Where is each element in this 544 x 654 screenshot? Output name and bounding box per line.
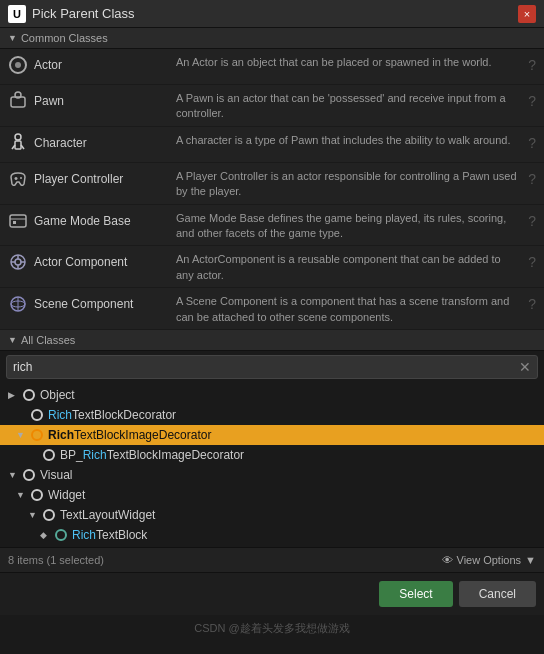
title-bar-left: U Pick Parent Class xyxy=(8,5,135,23)
tree-item-widget[interactable]: ▼ Widget xyxy=(0,485,544,505)
scenecomp-help-icon[interactable]: ? xyxy=(528,292,536,312)
search-bar: ✕ xyxy=(6,355,538,379)
gamemode-help-icon[interactable]: ? xyxy=(528,209,536,229)
common-classes-label: Common Classes xyxy=(21,32,108,44)
character-icon xyxy=(8,133,28,153)
visual-icon xyxy=(22,468,36,482)
class-row-character[interactable]: Character A character is a type of Pawn … xyxy=(0,127,544,163)
class-left-actor: Actor xyxy=(8,53,168,75)
all-classes-arrow: ▼ xyxy=(8,335,17,345)
gamemode-name: Game Mode Base xyxy=(34,214,131,228)
class-row-gamemode[interactable]: Game Mode Base Game Mode Base defines th… xyxy=(0,205,544,247)
richtextimagedecorator-label: RichTextBlockImageDecorator xyxy=(48,428,211,442)
class-left-scenecomp: Scene Component xyxy=(8,292,168,314)
class-row-pawn[interactable]: Pawn A Pawn is an actor that can be 'pos… xyxy=(0,85,544,127)
pawn-name: Pawn xyxy=(34,94,64,108)
close-button[interactable]: × xyxy=(518,5,536,23)
ue-logo: U xyxy=(8,5,26,23)
actorcomp-desc: An ActorComponent is a reusable componen… xyxy=(176,250,520,283)
view-options-label: View Options xyxy=(457,554,522,566)
scenecomp-icon xyxy=(8,294,28,314)
actor-icon xyxy=(8,55,28,75)
svg-rect-11 xyxy=(10,215,26,227)
character-desc: A character is a type of Pawn that inclu… xyxy=(176,131,520,148)
tree-arrow-richtextblock: ◆ xyxy=(40,530,50,540)
textlayoutwidget-icon xyxy=(42,508,56,522)
actor-help-icon[interactable]: ? xyxy=(528,53,536,73)
tree-item-textlayoutwidget[interactable]: ▼ TextLayoutWidget xyxy=(0,505,544,525)
window-title: Pick Parent Class xyxy=(32,6,135,21)
actor-name: Actor xyxy=(34,58,62,72)
tree-item-bp-richtextimagedecorator[interactable]: BP_RichTextBlockImageDecorator xyxy=(0,445,544,465)
class-row-actor[interactable]: Actor An Actor is an object that can be … xyxy=(0,49,544,85)
tree-arrow-visual: ▼ xyxy=(8,470,18,480)
class-left-character: Character xyxy=(8,131,168,153)
class-left-pawn: Pawn xyxy=(8,89,168,111)
tree-item-richtextimagedecorator[interactable]: ▼ RichTextBlockImageDecorator xyxy=(0,425,544,445)
gamemode-desc: Game Mode Base defines the game being pl… xyxy=(176,209,520,242)
svg-rect-5 xyxy=(15,141,21,149)
richtextdecorator-icon xyxy=(30,408,44,422)
tree-arrow-textlayoutwidget: ▼ xyxy=(28,510,38,520)
search-clear-icon[interactable]: ✕ xyxy=(519,359,531,375)
textlayoutwidget-label: TextLayoutWidget xyxy=(60,508,155,522)
bp-label: BP_RichTextBlockImageDecorator xyxy=(60,448,244,462)
bp-icon xyxy=(42,448,56,462)
svg-rect-13 xyxy=(13,221,16,224)
richtextdecorator-label: RichTextBlockDecorator xyxy=(48,408,176,422)
button-row: Select Cancel xyxy=(0,572,544,615)
view-options-button[interactable]: 👁 View Options ▼ xyxy=(442,554,537,566)
eye-icon: 👁 xyxy=(442,554,453,566)
tree-arrow-object: ▶ xyxy=(8,390,18,400)
class-row-scenecomp[interactable]: Scene Component A Scene Component is a c… xyxy=(0,288,544,330)
pawn-help-icon[interactable]: ? xyxy=(528,89,536,109)
tree-arrow-richtextimagedecorator: ▼ xyxy=(16,430,26,440)
search-input[interactable] xyxy=(13,360,519,374)
svg-point-15 xyxy=(15,259,21,265)
tree-item-richtextdecorator[interactable]: RichTextBlockDecorator xyxy=(0,405,544,425)
controller-desc: A Player Controller is an actor responsi… xyxy=(176,167,520,200)
richtextblock-label: RichTextBlock xyxy=(72,528,147,542)
object-label: Object xyxy=(40,388,75,402)
object-icon xyxy=(22,388,36,402)
character-help-icon[interactable]: ? xyxy=(528,131,536,151)
widget-icon xyxy=(30,488,44,502)
watermark-text: CSDN @趁着头发多我想做游戏 xyxy=(194,622,349,634)
class-row-controller[interactable]: Player Controller A Player Controller is… xyxy=(0,163,544,205)
common-classes-header: ▼ Common Classes xyxy=(0,28,544,49)
watermark: CSDN @趁着头发多我想做游戏 xyxy=(0,615,544,642)
tree-item-visual[interactable]: ▼ Visual xyxy=(0,465,544,485)
actor-desc: An Actor is an object that can be placed… xyxy=(176,53,520,70)
widget-label: Widget xyxy=(48,488,85,502)
footer: 8 items (1 selected) 👁 View Options ▼ xyxy=(0,547,544,572)
all-classes-label: All Classes xyxy=(21,334,75,346)
class-left-gamemode: Game Mode Base xyxy=(8,209,168,231)
tree-item-richtextblock[interactable]: ◆ RichTextBlock xyxy=(0,525,544,545)
richtextimagedecorator-icon xyxy=(30,428,44,442)
actorcomp-name: Actor Component xyxy=(34,255,127,269)
scenecomp-name: Scene Component xyxy=(34,297,133,311)
actorcomp-help-icon[interactable]: ? xyxy=(528,250,536,270)
cancel-button[interactable]: Cancel xyxy=(459,581,536,607)
richtextblock-icon xyxy=(54,528,68,542)
character-name: Character xyxy=(34,136,87,150)
item-count: 8 items (1 selected) xyxy=(8,554,104,566)
view-options-arrow: ▼ xyxy=(525,554,536,566)
common-classes-list: Actor An Actor is an object that can be … xyxy=(0,49,544,330)
controller-name: Player Controller xyxy=(34,172,123,186)
select-button[interactable]: Select xyxy=(379,581,452,607)
title-bar: U Pick Parent Class × xyxy=(0,0,544,28)
tree-item-object[interactable]: ▶ Object xyxy=(0,385,544,405)
pawn-icon xyxy=(8,91,28,111)
controller-help-icon[interactable]: ? xyxy=(528,167,536,187)
visual-label: Visual xyxy=(40,468,72,482)
actorcomp-icon xyxy=(8,252,28,272)
svg-point-1 xyxy=(15,62,21,68)
class-row-actorcomp[interactable]: Actor Component An ActorComponent is a r… xyxy=(0,246,544,288)
controller-icon xyxy=(8,169,28,189)
tree-arrow-widget: ▼ xyxy=(16,490,26,500)
section-arrow: ▼ xyxy=(8,33,17,43)
all-classes-header: ▼ All Classes xyxy=(0,330,544,351)
gamemode-icon xyxy=(8,211,28,231)
pawn-desc: A Pawn is an actor that can be 'possesse… xyxy=(176,89,520,122)
